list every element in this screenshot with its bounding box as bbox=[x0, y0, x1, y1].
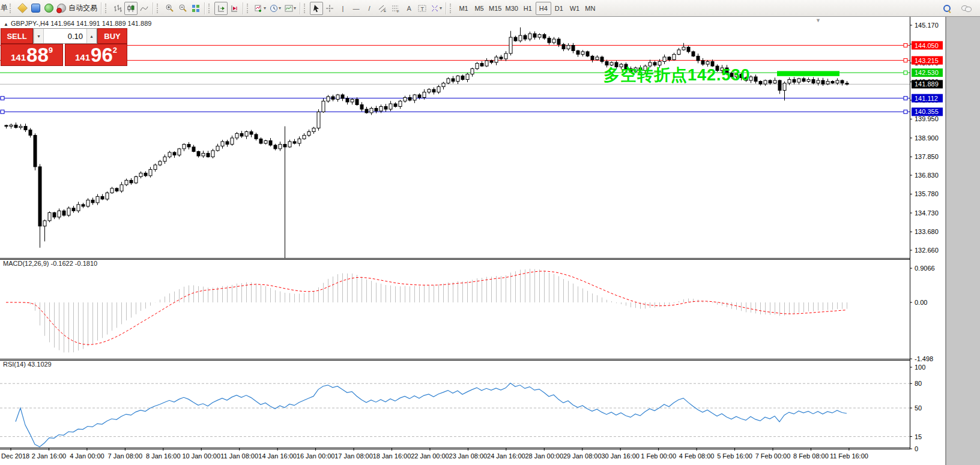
templates-dropdown-arrow[interactable]: ▾ bbox=[294, 5, 296, 11]
chart-shift-icon bbox=[230, 4, 238, 13]
toolbar: 单 自动交易 bbox=[0, 0, 980, 17]
volume-increase-button[interactable]: ▴ bbox=[86, 29, 97, 43]
marketwatch-button[interactable] bbox=[16, 2, 29, 15]
sell-price-big: 88 bbox=[26, 45, 49, 65]
line-handle[interactable] bbox=[904, 71, 907, 74]
svg-text:31 Dec 2018: 31 Dec 2018 bbox=[0, 452, 29, 460]
line-handle[interactable] bbox=[904, 59, 907, 62]
templates-button[interactable]: ▾ bbox=[283, 2, 298, 15]
tile-windows-icon bbox=[192, 4, 200, 13]
periods-button[interactable]: ▾ bbox=[268, 2, 283, 15]
svg-text:11 Jan 08:00: 11 Jan 08:00 bbox=[220, 452, 258, 460]
pivot-annotation-text: 多空转折点142.530 bbox=[603, 64, 751, 86]
line-handle[interactable] bbox=[904, 110, 907, 113]
one-click-trading-panel: SELL ▾ ▴ BUY 141889 141962 bbox=[1, 28, 127, 66]
timeframe-mn-button[interactable]: MN bbox=[582, 2, 598, 15]
line-handle[interactable] bbox=[1, 110, 4, 113]
clock-icon bbox=[270, 4, 278, 13]
svg-text:F: F bbox=[397, 10, 399, 13]
candlestick-chart-button[interactable] bbox=[124, 2, 138, 15]
terminal-button[interactable] bbox=[42, 2, 55, 15]
text-label-button[interactable]: T bbox=[416, 2, 429, 15]
buy-button[interactable]: BUY bbox=[97, 28, 127, 44]
marketwatch-icon bbox=[17, 3, 28, 13]
vertical-line-button[interactable]: | bbox=[336, 2, 349, 15]
autoscroll-button[interactable] bbox=[214, 2, 228, 15]
bar-chart-icon bbox=[113, 4, 122, 13]
timeframe-m1-button[interactable]: M1 bbox=[456, 2, 471, 15]
timeframe-d1-button[interactable]: D1 bbox=[551, 2, 567, 15]
svg-text:17 Jan 08:00: 17 Jan 08:00 bbox=[334, 452, 373, 460]
svg-text:11 Feb 16:00: 11 Feb 16:00 bbox=[830, 452, 868, 460]
fibonacci-icon: F bbox=[392, 4, 400, 13]
candlestick-chart-icon bbox=[127, 4, 135, 13]
svg-text:141.889: 141.889 bbox=[915, 80, 939, 88]
crosshair-button[interactable] bbox=[323, 2, 336, 15]
bar-chart-button[interactable] bbox=[111, 2, 124, 15]
sell-price-prefix: 141 bbox=[11, 52, 26, 62]
line-handle[interactable] bbox=[904, 97, 907, 100]
search-button[interactable] bbox=[940, 2, 954, 15]
symbol-ohlc-text: GBPJPY-,H4 141.964 141.991 141.889 141.8… bbox=[11, 20, 151, 27]
sell-button[interactable]: SELL bbox=[1, 28, 33, 44]
svg-text:7 Jan 08:00: 7 Jan 08:00 bbox=[108, 452, 143, 460]
autotrade-icon bbox=[57, 4, 66, 13]
rsi-value: 43.1029 bbox=[28, 361, 52, 368]
buy-price-display[interactable]: 141962 bbox=[65, 44, 127, 66]
buy-price-sup: 2 bbox=[113, 46, 117, 55]
channel-button[interactable]: E bbox=[376, 2, 389, 15]
timeframe-h1-button[interactable]: H1 bbox=[520, 2, 536, 15]
volume-input[interactable] bbox=[44, 29, 86, 43]
autoscroll-icon bbox=[217, 4, 225, 13]
text-button[interactable]: A bbox=[402, 2, 416, 15]
svg-text:142.530: 142.530 bbox=[915, 69, 939, 76]
chart-window[interactable]: 145.170144.120143.070142.020141.000139.9… bbox=[0, 17, 946, 465]
buy-price-prefix: 141 bbox=[75, 52, 90, 62]
timeframe-m5-button[interactable]: M5 bbox=[471, 2, 487, 15]
autotrade-button[interactable]: 自动交易 bbox=[55, 2, 99, 15]
line-handle[interactable] bbox=[904, 44, 907, 47]
svg-text:138.900: 138.900 bbox=[915, 134, 939, 142]
svg-text:139.950: 139.950 bbox=[915, 115, 939, 122]
timeframe-h4-button[interactable]: H4 bbox=[536, 2, 551, 15]
timeframe-m15-button[interactable]: M15 bbox=[487, 2, 503, 15]
chart-canvas[interactable]: 145.170144.120143.070142.020141.000139.9… bbox=[0, 17, 946, 465]
search-icon bbox=[943, 5, 951, 12]
text-label-icon: T bbox=[418, 4, 426, 13]
line-chart-button[interactable] bbox=[138, 2, 151, 15]
svg-text:4 Jan 00:00: 4 Jan 00:00 bbox=[70, 452, 104, 460]
volume-decrease-button[interactable]: ▾ bbox=[34, 29, 44, 43]
trendline-button[interactable]: / bbox=[363, 2, 376, 15]
horizontal-line-button[interactable]: — bbox=[349, 2, 363, 15]
svg-text:22 Jan 00:00: 22 Jan 00:00 bbox=[411, 452, 449, 460]
cursor-button[interactable] bbox=[310, 2, 323, 15]
window-right-strip bbox=[946, 17, 980, 465]
symbol-header: ▲GBPJPY-,H4 141.964 141.991 141.889 141.… bbox=[4, 20, 151, 27]
highlight-rectangle[interactable] bbox=[777, 71, 839, 76]
zoom-in-button[interactable] bbox=[163, 2, 176, 15]
svg-text:8 Feb 08:00: 8 Feb 08:00 bbox=[793, 452, 829, 460]
timeframe-m30-button[interactable]: M30 bbox=[503, 2, 519, 15]
buy-price-big: 96 bbox=[91, 45, 113, 65]
fibonacci-button[interactable]: F bbox=[389, 2, 402, 15]
indicators-button[interactable]: ▾ bbox=[253, 2, 268, 15]
arrows-dropdown-arrow[interactable]: ▾ bbox=[440, 5, 442, 11]
indicators-dropdown-arrow[interactable]: ▾ bbox=[264, 5, 266, 11]
chart-shift-button[interactable] bbox=[228, 2, 241, 15]
periods-dropdown-arrow[interactable]: ▾ bbox=[279, 5, 281, 11]
collapse-icon[interactable]: ▲ bbox=[4, 22, 8, 27]
tile-windows-button[interactable] bbox=[189, 2, 202, 15]
zoom-out-button[interactable] bbox=[176, 2, 189, 15]
scroll-to-end-marker: ▼ bbox=[815, 17, 821, 23]
channel-icon: E bbox=[378, 4, 387, 13]
svg-text:-1.498: -1.498 bbox=[915, 355, 933, 362]
arrows-button[interactable]: ▾ bbox=[429, 2, 444, 15]
chat-button[interactable] bbox=[960, 2, 973, 15]
new-order-label-partial[interactable]: 单 bbox=[1, 3, 8, 13]
line-handle[interactable] bbox=[1, 97, 4, 100]
navigator-button[interactable] bbox=[29, 2, 42, 15]
timeframe-w1-button[interactable]: W1 bbox=[567, 2, 582, 15]
sell-price-display[interactable]: 141889 bbox=[1, 44, 63, 66]
arrows-icon bbox=[431, 4, 439, 13]
mt4-window: 单 自动交易 bbox=[0, 0, 980, 465]
